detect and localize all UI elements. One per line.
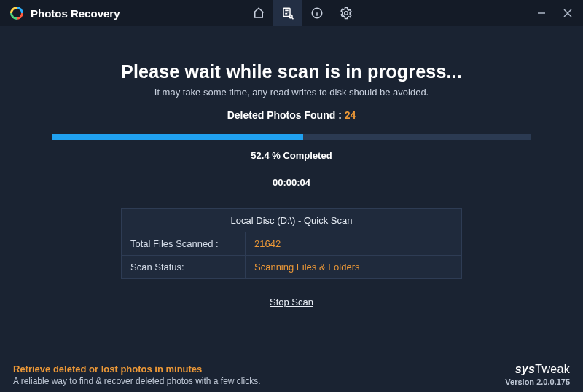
footer-right: sysTweak Version 2.0.0.175 bbox=[505, 363, 570, 386]
info-button[interactable] bbox=[302, 0, 332, 26]
app-logo-icon bbox=[10, 7, 23, 20]
progress-percent: 52.4 % Completed bbox=[26, 150, 557, 161]
app-title: Photos Recovery bbox=[31, 7, 120, 20]
svg-point-1 bbox=[289, 15, 292, 18]
home-button[interactable] bbox=[244, 0, 273, 26]
home-icon bbox=[252, 7, 265, 20]
scan-button[interactable] bbox=[273, 0, 302, 26]
deleted-found: Deleted Photos Found : 24 bbox=[26, 109, 557, 121]
footer-description: A reliable way to find & recover deleted… bbox=[13, 376, 261, 386]
brand-part2: Tweak bbox=[535, 363, 570, 375]
page-subheading: It may take some time, any read writes t… bbox=[26, 87, 557, 98]
panel-value: 21642 bbox=[246, 232, 461, 255]
info-icon bbox=[310, 7, 324, 20]
page-heading: Please wait while scan is in progress... bbox=[26, 61, 557, 82]
svg-point-3 bbox=[344, 12, 348, 15]
panel-row: Total Files Scanned : 21642 bbox=[122, 232, 461, 256]
panel-label: Scan Status: bbox=[122, 256, 246, 278]
footer-tagline: Retrieve deleted or lost photos in minut… bbox=[13, 364, 261, 375]
version-label: Version 2.0.0.175 bbox=[505, 377, 570, 386]
elapsed-time: 00:00:04 bbox=[26, 177, 557, 188]
stop-scan-link[interactable]: Stop Scan bbox=[270, 297, 313, 307]
scan-icon bbox=[281, 7, 294, 20]
panel-label: Total Files Scanned : bbox=[122, 232, 246, 255]
minimize-icon bbox=[537, 9, 546, 17]
close-button[interactable] bbox=[560, 5, 576, 21]
minimize-button[interactable] bbox=[533, 5, 549, 21]
titlebar: Photos Recovery bbox=[0, 0, 583, 26]
brand-logo: sysTweak bbox=[505, 363, 570, 376]
main: Please wait while scan is in progress...… bbox=[0, 26, 583, 308]
panel-value: Scanning Files & Folders bbox=[246, 256, 461, 278]
deleted-found-count: 24 bbox=[345, 109, 356, 121]
panel-row: Scan Status: Scanning Files & Folders bbox=[122, 256, 461, 278]
progress-track bbox=[52, 134, 531, 140]
footer-left: Retrieve deleted or lost photos in minut… bbox=[13, 364, 261, 386]
brand-part1: sys bbox=[515, 363, 536, 375]
gear-icon bbox=[340, 7, 353, 20]
progress-fill bbox=[52, 134, 303, 140]
close-icon bbox=[563, 9, 572, 17]
settings-button[interactable] bbox=[332, 0, 361, 26]
scan-panel: Local Disc (D:\) - Quick Scan Total File… bbox=[121, 208, 462, 279]
titlebar-nav bbox=[244, 0, 361, 26]
window-controls bbox=[533, 5, 576, 21]
footer: Retrieve deleted or lost photos in minut… bbox=[0, 356, 583, 392]
deleted-found-label: Deleted Photos Found : bbox=[227, 109, 345, 121]
scan-panel-header: Local Disc (D:\) - Quick Scan bbox=[122, 209, 461, 232]
